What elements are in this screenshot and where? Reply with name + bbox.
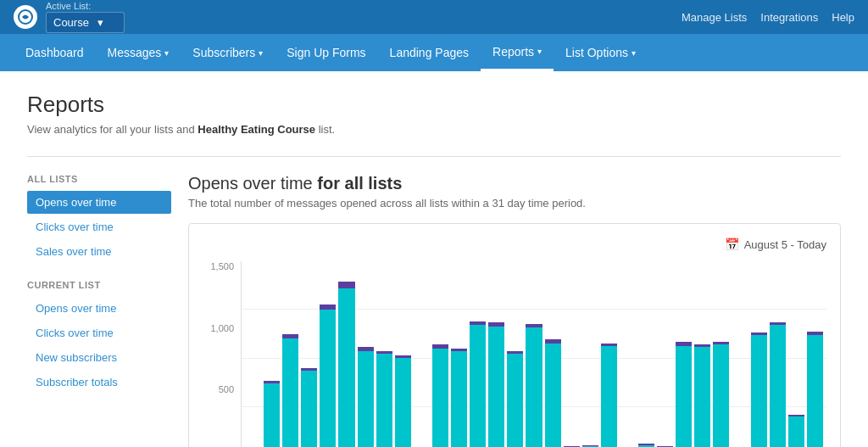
bar-stack xyxy=(770,322,786,447)
nav-messages[interactable]: Messages ▾ xyxy=(96,34,181,71)
bar-broadcasts xyxy=(338,288,354,447)
bar-broadcasts xyxy=(264,383,280,447)
nav-signup-forms[interactable]: Sign Up Forms xyxy=(275,34,377,71)
y-axis: 1,5001,0005000 xyxy=(203,261,241,447)
bar-stack xyxy=(301,368,317,447)
bar-broadcasts xyxy=(507,354,523,447)
chart-area: 1,5001,0005000 5678910111213141516171819… xyxy=(203,261,826,447)
chevron-down-icon: ▾ xyxy=(97,16,103,30)
messages-dropdown-icon: ▾ xyxy=(164,48,169,58)
bar-group: 20 xyxy=(526,261,542,447)
current-list-section: CURRENT LIST Opens over time Clicks over… xyxy=(27,280,171,394)
bar-broadcasts xyxy=(601,346,617,447)
bar-group: 16 xyxy=(451,261,467,447)
bar-group: 4 xyxy=(807,261,823,447)
bar-group: 23 xyxy=(582,261,598,447)
integrations-link[interactable]: Integrations xyxy=(760,11,818,24)
bar-group: 22 xyxy=(564,261,580,447)
nav-dashboard[interactable]: Dashboard xyxy=(14,34,96,71)
bar-group: 15 xyxy=(432,261,448,447)
bar-stack xyxy=(488,322,504,447)
sidebar-item-new-subscribers[interactable]: New subscribers xyxy=(27,346,171,369)
bar-group: 26 xyxy=(638,261,654,447)
all-lists-section: ALL LISTS Opens over time Clicks over ti… xyxy=(27,174,171,263)
bar-broadcasts xyxy=(694,347,710,447)
bar-group: 8 xyxy=(301,261,317,447)
top-bar-links: Manage Lists Integrations Help xyxy=(682,11,854,24)
app-logo xyxy=(14,5,37,29)
nav-reports[interactable]: Reports ▾ xyxy=(481,34,554,71)
sidebar-item-current-opens[interactable]: Opens over time xyxy=(27,297,171,320)
bar-followups xyxy=(338,282,354,288)
sidebar-item-all-sales[interactable]: Sales over time xyxy=(27,240,171,263)
nav-bar: Dashboard Messages ▾ Subscribers ▾ Sign … xyxy=(0,34,868,71)
bar-broadcasts xyxy=(358,351,374,447)
bar-broadcasts xyxy=(282,338,298,447)
bar-group: 18 xyxy=(488,261,504,447)
bar-group: 9 xyxy=(320,261,336,447)
bar-stack xyxy=(376,351,392,447)
nav-subscribers[interactable]: Subscribers ▾ xyxy=(181,34,275,71)
report-title: Opens over time for all lists xyxy=(188,174,841,193)
sidebar: ALL LISTS Opens over time Clicks over ti… xyxy=(27,174,171,447)
bar-group: 19 xyxy=(507,261,523,447)
bar-stack xyxy=(282,334,298,447)
active-list-selector[interactable]: Course ▾ xyxy=(46,12,125,34)
bar-group: 11 xyxy=(358,261,374,447)
content-layout: ALL LISTS Opens over time Clicks over ti… xyxy=(27,174,841,447)
bar-broadcasts xyxy=(320,310,336,447)
bar-group: 31 xyxy=(732,261,748,447)
bar-group: 7 xyxy=(282,261,298,447)
bar-broadcasts xyxy=(713,344,729,447)
bar-broadcasts xyxy=(432,349,448,447)
bar-stack xyxy=(807,332,823,447)
bar-stack xyxy=(694,344,710,447)
bar-stack xyxy=(676,342,692,447)
bar-broadcasts xyxy=(676,346,692,447)
top-bar: Active List: Course ▾ Manage Lists Integ… xyxy=(0,0,868,34)
bar-stack xyxy=(338,282,354,447)
chart-container: 📅 August 5 - Today 1,5001,0005000 567891… xyxy=(188,223,841,447)
bar-broadcasts xyxy=(488,327,504,447)
bar-stack xyxy=(358,347,374,447)
bar-stack xyxy=(320,305,336,447)
manage-lists-link[interactable]: Manage Lists xyxy=(682,11,747,24)
all-lists-title: ALL LISTS xyxy=(27,174,171,184)
bar-stack xyxy=(545,339,561,447)
main-content: Opens over time for all lists The total … xyxy=(171,174,841,447)
date-range: 📅 August 5 - Today xyxy=(725,237,826,251)
bar-group: 6 xyxy=(264,261,280,447)
sidebar-item-subscriber-totals[interactable]: Subscriber totals xyxy=(27,371,171,394)
sidebar-item-all-opens[interactable]: Opens over time xyxy=(27,191,171,214)
bar-stack xyxy=(264,381,280,447)
bar-broadcasts xyxy=(376,354,392,447)
bar-group: 30 xyxy=(713,261,729,447)
bar-stack xyxy=(432,344,448,447)
bar-broadcasts xyxy=(751,335,767,447)
sidebar-item-all-clicks[interactable]: Clicks over time xyxy=(27,215,171,238)
report-description: The total number of messages opened acro… xyxy=(188,197,841,210)
bar-stack xyxy=(507,351,523,447)
bar-broadcasts xyxy=(788,416,804,447)
reports-dropdown-icon: ▾ xyxy=(537,47,542,56)
help-link[interactable]: Help xyxy=(832,11,854,24)
bar-stack xyxy=(713,342,729,447)
nav-landing-pages[interactable]: Landing Pages xyxy=(378,34,481,71)
bar-group: 10 xyxy=(338,261,354,447)
bar-broadcasts xyxy=(807,335,823,447)
subscribers-dropdown-icon: ▾ xyxy=(259,48,263,58)
bar-group: 3 xyxy=(788,261,804,447)
bar-broadcasts xyxy=(470,325,486,447)
chart-inner: 5678910111213141516171819202122232425262… xyxy=(241,261,826,447)
bar-broadcasts xyxy=(545,344,561,447)
bar-group: 21 xyxy=(545,261,561,447)
list-options-dropdown-icon: ▾ xyxy=(632,48,636,58)
bar-broadcasts xyxy=(395,358,411,447)
bar-broadcasts xyxy=(451,351,467,447)
sidebar-item-current-clicks[interactable]: Clicks over time xyxy=(27,321,171,344)
nav-list-options[interactable]: List Options ▾ xyxy=(554,34,648,71)
bar-broadcasts xyxy=(770,325,786,447)
bar-group: 29 xyxy=(694,261,710,447)
bar-group: 5 xyxy=(245,261,261,447)
bar-group: 12 xyxy=(376,261,392,447)
